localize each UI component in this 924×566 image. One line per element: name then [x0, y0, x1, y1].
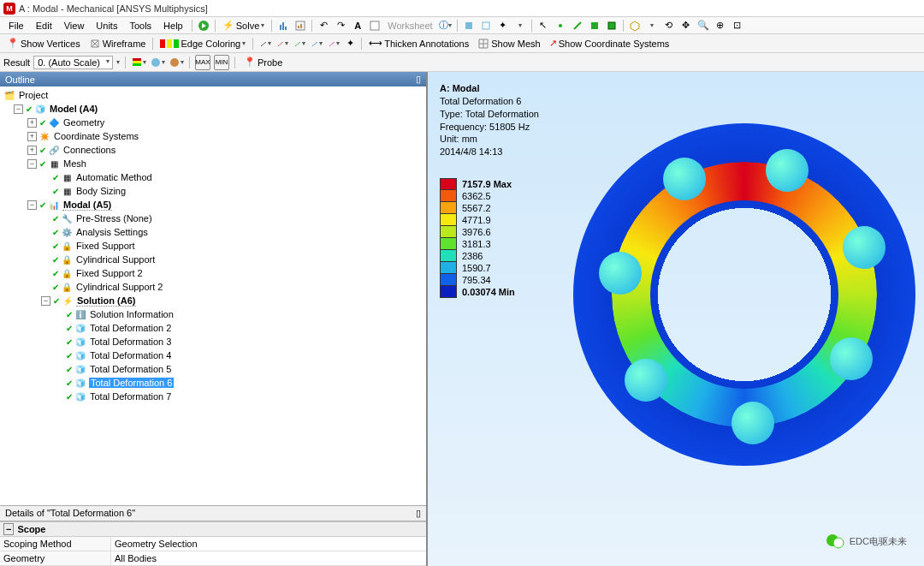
zoom-fit-icon[interactable]: ⊕ — [713, 18, 728, 33]
menu-edit[interactable]: Edit — [31, 19, 57, 33]
tree-geometry[interactable]: +✔🔷Geometry — [2, 116, 424, 129]
show-cs-button[interactable]: ↗Show Coordinate Systems — [546, 36, 673, 51]
tree-td6[interactable]: ✔🧊Total Deformation 6 — [2, 376, 424, 390]
show-vertices-button[interactable]: 📍Show Vertices — [3, 36, 84, 51]
collapse-icon[interactable]: − — [14, 104, 23, 114]
tree-analysis[interactable]: ✔⚙️Analysis Settings — [2, 225, 424, 239]
edge1-icon[interactable]: ⟋ ▾ — [274, 36, 289, 51]
details-row[interactable]: Scoping MethodGeometry Selection — [0, 537, 426, 551]
pan-icon[interactable]: ✥ — [678, 18, 694, 33]
go-icon[interactable] — [196, 18, 211, 33]
tree-td5[interactable]: ✔🧊Total Deformation 5 — [2, 362, 424, 376]
iso-icon[interactable] — [627, 18, 643, 33]
legend-swatch — [440, 202, 457, 214]
probe-button[interactable]: 📍Probe — [240, 55, 286, 69]
vertex-sel-icon[interactable] — [553, 18, 568, 33]
menu-view[interactable]: View — [59, 19, 90, 33]
collapse-icon[interactable]: − — [27, 159, 37, 169]
min-tag-icon[interactable]: MIN — [214, 55, 229, 70]
undo-icon[interactable]: ↶ — [316, 18, 331, 33]
tree-td4[interactable]: ✔🧊Total Deformation 4 — [2, 349, 424, 362]
outline-tree[interactable]: 🗂️Project −✔🧊Model (A4) +✔🔷Geometry +✴️C… — [0, 86, 426, 505]
tree-solution[interactable]: −✔⚡Solution (A6) — [2, 294, 424, 307]
menu-units[interactable]: Units — [91, 19, 122, 33]
contour-icon[interactable]: ▾ — [131, 55, 146, 70]
pointer-icon[interactable]: ↖ — [536, 18, 551, 33]
solve-button[interactable]: ⚡Solve ▾ — [219, 18, 269, 33]
svg-point-10 — [559, 24, 562, 27]
details-scope-header[interactable]: −Scope — [0, 521, 426, 537]
face-sel-icon[interactable] — [587, 18, 602, 33]
worksheet-icon[interactable] — [367, 18, 382, 33]
coord-icon[interactable]: ✦ — [495, 18, 511, 33]
capped-icon[interactable]: ▾ — [169, 55, 184, 70]
edge0-icon[interactable]: ⟋ ▾ — [257, 36, 272, 51]
edge3-icon[interactable]: ⟋ ▾ — [308, 36, 323, 51]
tree-fixed2[interactable]: ✔🔒Fixed Support 2 — [2, 266, 424, 280]
edge-sel-icon[interactable] — [570, 18, 585, 33]
legend-swatch — [440, 262, 457, 274]
tree-td2[interactable]: ✔🧊Total Deformation 2 — [2, 321, 424, 335]
body-sel-icon[interactable] — [604, 18, 619, 33]
expand-icon[interactable]: + — [27, 118, 37, 128]
support-icon: 🔒 — [61, 281, 73, 293]
legend-label: 6362.5 — [462, 191, 491, 201]
show-mesh-button[interactable]: Show Mesh — [474, 36, 543, 51]
tree-td3[interactable]: ✔🧊Total Deformation 3 — [2, 335, 424, 349]
expand-icon[interactable]: + — [27, 132, 37, 141]
tree-cyl2[interactable]: ✔🔒Cylindrical Support 2 — [2, 280, 424, 294]
viewport[interactable]: A: Modal Total Deformation 6 Type: Total… — [428, 72, 924, 566]
crosshair-icon[interactable]: ✦ — [342, 36, 358, 51]
menu-tools[interactable]: Tools — [124, 19, 157, 33]
zoom-box-icon[interactable]: ⊡ — [730, 18, 745, 33]
tree-auto-method[interactable]: ✔▦Automatic Method — [2, 170, 424, 184]
tree-td7[interactable]: ✔🧊Total Deformation 7 — [2, 390, 424, 403]
chart-icon[interactable] — [293, 18, 308, 33]
svg-rect-2 — [282, 22, 284, 30]
menu-help[interactable]: Help — [158, 19, 188, 33]
scale-combo[interactable]: 0. (Auto Scale) — [33, 56, 113, 69]
tree-cs[interactable]: +✴️Coordinate Systems — [2, 129, 424, 143]
rotate-icon[interactable]: ⟲ — [661, 18, 677, 33]
select-face-icon[interactable] — [478, 18, 494, 33]
svg-rect-8 — [465, 22, 472, 29]
worksheet-button[interactable]: Worksheet — [384, 19, 435, 33]
tree-model[interactable]: −✔🧊Model (A4) — [2, 102, 424, 116]
geom-icon[interactable]: ▾ — [150, 55, 165, 70]
details-row[interactable]: GeometryAll Bodies — [0, 551, 426, 566]
details-grid: −Scope Scoping MethodGeometry Selection … — [0, 521, 426, 566]
edge2-icon[interactable]: ⟋ ▾ — [291, 36, 306, 51]
font-a-icon[interactable]: A — [350, 18, 365, 33]
toolbar-display: 📍Show Vertices Wireframe Edge Coloring ▾… — [0, 34, 924, 53]
thicken-button[interactable]: ⟷ Thicken Annotations — [365, 36, 472, 51]
legend-row: 5567.2 — [440, 202, 515, 214]
collapse-icon[interactable]: − — [41, 296, 50, 306]
legend-swatch — [440, 178, 457, 190]
menu-file[interactable]: File — [3, 19, 29, 33]
new-chart-icon[interactable] — [275, 18, 291, 33]
collapse-icon[interactable]: − — [27, 200, 37, 210]
redo-icon[interactable]: ↷ — [333, 18, 348, 33]
iso-dd-icon[interactable]: ▾ — [644, 18, 660, 33]
pin-icon[interactable]: ▯ — [416, 508, 421, 519]
expand-icon[interactable]: + — [27, 146, 37, 155]
tree-mesh[interactable]: −✔▦Mesh — [2, 157, 424, 170]
tree-prestress[interactable]: ✔🔧Pre-Stress (None) — [2, 212, 424, 225]
pin-icon[interactable]: ▯ — [416, 74, 421, 85]
wireframe-button[interactable]: Wireframe — [86, 36, 150, 51]
zoom-icon[interactable]: 🔍 — [696, 18, 711, 33]
dim-icon[interactable]: ▾ — [512, 18, 528, 33]
tree-cyl1[interactable]: ✔🔒Cylindrical Support — [2, 253, 424, 266]
select-body-icon[interactable] — [461, 18, 477, 33]
edge4-icon[interactable]: ⟋ ▾ — [325, 36, 341, 51]
edge-coloring-button[interactable]: Edge Coloring ▾ — [157, 37, 249, 51]
tree-connections[interactable]: +✔🔗Connections — [2, 143, 424, 157]
tree-fixed1[interactable]: ✔🔒Fixed Support — [2, 239, 424, 253]
vp-timestamp: 2014/4/8 14:13 — [440, 146, 539, 158]
info-icon[interactable]: ⓘ▾ — [438, 18, 453, 33]
tree-sol-info[interactable]: ✔ℹ️Solution Information — [2, 307, 424, 321]
tree-project[interactable]: 🗂️Project — [2, 88, 424, 102]
tree-body-sizing[interactable]: ✔▦Body Sizing — [2, 184, 424, 198]
tree-modal[interactable]: −✔📊Modal (A5) — [2, 198, 424, 212]
max-tag-icon[interactable]: MAX — [195, 55, 210, 70]
